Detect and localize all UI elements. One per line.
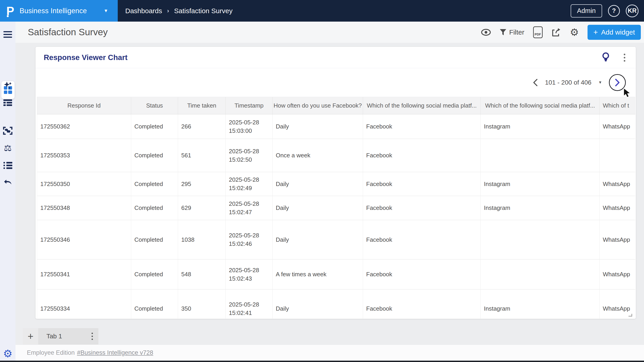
dashboard-settings-button[interactable]: ⚙: [570, 27, 579, 37]
table-cell: 629: [178, 196, 226, 220]
page-title: Satisfaction Survey: [28, 27, 108, 37]
response-viewer-widget: Response Viewer Chart 101 - 200 of 406 ▼: [36, 47, 636, 319]
table-cell: Daily: [272, 220, 363, 259]
bullet-list-icon: [4, 162, 12, 169]
chevron-right-icon: [614, 78, 620, 87]
table-cell: Facebook: [363, 220, 481, 259]
widget-kebab-menu[interactable]: [622, 52, 627, 63]
product-switcher[interactable]: P Business Intelligence ▼: [0, 0, 118, 22]
widget-header: Response Viewer Chart: [36, 47, 636, 68]
share-button[interactable]: [551, 27, 561, 37]
capture-icon: [3, 127, 12, 135]
version-link[interactable]: #Business Intelligence v728: [77, 349, 153, 356]
table-cell: Completed: [131, 172, 178, 196]
sparkles-icon: [3, 81, 12, 90]
product-name: Business Intelligence: [20, 7, 87, 15]
widget-title: Response Viewer Chart: [44, 53, 128, 62]
dashboard-tab-bar: + Tab 1: [16, 328, 644, 345]
filter-label: Filter: [509, 28, 524, 36]
table-cell: WhatsApp: [600, 259, 636, 289]
export-pdf-button[interactable]: PDF: [533, 26, 543, 38]
table-cell: Completed: [131, 139, 178, 172]
eye-icon: [481, 29, 491, 36]
table-cell: Facebook: [363, 289, 481, 319]
chevron-left-icon: [533, 78, 538, 87]
chevron-down-icon[interactable]: ▼: [104, 8, 108, 13]
table-cell: 172550341: [37, 259, 131, 289]
table-cell: Instagram: [481, 289, 600, 319]
column-header: Response Id: [37, 97, 131, 114]
table-cell: Facebook: [363, 259, 481, 289]
settings-gear-button[interactable]: ⚙: [0, 347, 16, 361]
help-button[interactable]: ?: [608, 5, 620, 17]
table-cell: [481, 139, 600, 172]
sidebar-item-reports[interactable]: [0, 96, 16, 109]
add-tab-button[interactable]: +: [23, 328, 38, 345]
table-cell: Completed: [131, 220, 178, 259]
table-cell: 2025-05-28 15:02:43: [226, 259, 272, 289]
sidebar-item-capture[interactable]: [0, 124, 16, 137]
insights-bulb-button[interactable]: [602, 52, 610, 63]
table-cell: 2025-05-28 15:02:50: [226, 139, 272, 172]
table-row: 172550353Completed5612025-05-28 15:02:50…: [37, 139, 636, 172]
prev-page-button[interactable]: [533, 78, 538, 87]
add-widget-button[interactable]: + Add widget: [588, 25, 641, 40]
page-size-dropdown[interactable]: ▼: [598, 80, 602, 85]
tab-label: Tab 1: [46, 333, 62, 340]
page-range-label[interactable]: 101 - 200 of 406: [545, 79, 592, 86]
column-header: Timestamp: [226, 97, 272, 114]
table-cell: [600, 139, 636, 172]
table-cell: 2025-05-28 15:02:41: [226, 289, 272, 319]
top-navigation-bar: P Business Intelligence ▼ Dashboards › S…: [0, 0, 644, 22]
preview-eye-button[interactable]: [481, 29, 491, 36]
table-cell: Instagram: [481, 172, 600, 196]
table-cell: Daily: [272, 196, 363, 220]
dashboard-toolbar: Satisfaction Survey Filter PDF ⚙ +: [16, 22, 644, 43]
sidebar-item-ai-insights[interactable]: [0, 79, 16, 92]
table-row: 172550362Completed2662025-05-28 15:03:00…: [37, 114, 636, 139]
table-cell: 2025-05-28 15:03:00: [226, 114, 272, 139]
sidebar-item-compare[interactable]: ⚖: [0, 142, 16, 154]
add-widget-label: Add widget: [601, 28, 635, 36]
undo-arrow-icon: [3, 179, 12, 186]
table-cell: 172550353: [37, 139, 131, 172]
table-row: 172550341Completed5482025-05-28 15:02:43…: [37, 259, 636, 289]
table-cell: WhatsApp: [600, 114, 636, 139]
tab-kebab-menu[interactable]: [90, 331, 94, 341]
table-cell: Once a week: [272, 139, 363, 172]
table-cell: 2025-05-28 15:02:46: [226, 220, 272, 259]
admin-button[interactable]: Admin: [571, 4, 602, 17]
response-table: Response IdStatusTime takenTimestampHow …: [37, 97, 635, 319]
table-cell: WhatsApp: [600, 172, 636, 196]
breadcrumb-dashboards[interactable]: Dashboards: [125, 7, 162, 15]
column-header: Status: [131, 97, 178, 114]
table-cell: 266: [178, 114, 226, 139]
sidebar-item-undo[interactable]: [0, 176, 16, 189]
table-cell: 172550350: [37, 172, 131, 196]
table-cell: Daily: [272, 172, 363, 196]
menu-icon[interactable]: [0, 28, 16, 41]
edition-label: Employee Edition: [27, 349, 75, 356]
sidebar-item-list[interactable]: [0, 159, 16, 172]
response-table-container[interactable]: Response IdStatusTime takenTimestampHow …: [37, 97, 635, 319]
tab-1[interactable]: Tab 1: [38, 328, 98, 345]
next-page-button[interactable]: [609, 74, 626, 91]
table-cell: 295: [178, 172, 226, 196]
funnel-icon: [500, 29, 506, 36]
table-cell: Completed: [131, 259, 178, 289]
table-cell: Facebook: [363, 196, 481, 220]
filter-button[interactable]: Filter: [500, 28, 524, 36]
table-cell: 561: [178, 139, 226, 172]
plus-icon: +: [594, 28, 598, 37]
table-cell: [481, 220, 600, 259]
table-cell: [481, 259, 600, 289]
widget-resize-handle[interactable]: [628, 312, 632, 317]
avatar[interactable]: KR: [626, 4, 638, 17]
table-cell: 2025-05-28 15:02:49: [226, 172, 272, 196]
column-header: Which of t: [600, 97, 636, 114]
report-rows-icon: [4, 99, 12, 106]
table-row: 172550348Completed6292025-05-28 15:02:47…: [37, 196, 636, 220]
table-row: 172550350Completed2952025-05-28 15:02:49…: [37, 172, 636, 196]
table-cell: Daily: [272, 289, 363, 319]
table-cell: 172550348: [37, 196, 131, 220]
